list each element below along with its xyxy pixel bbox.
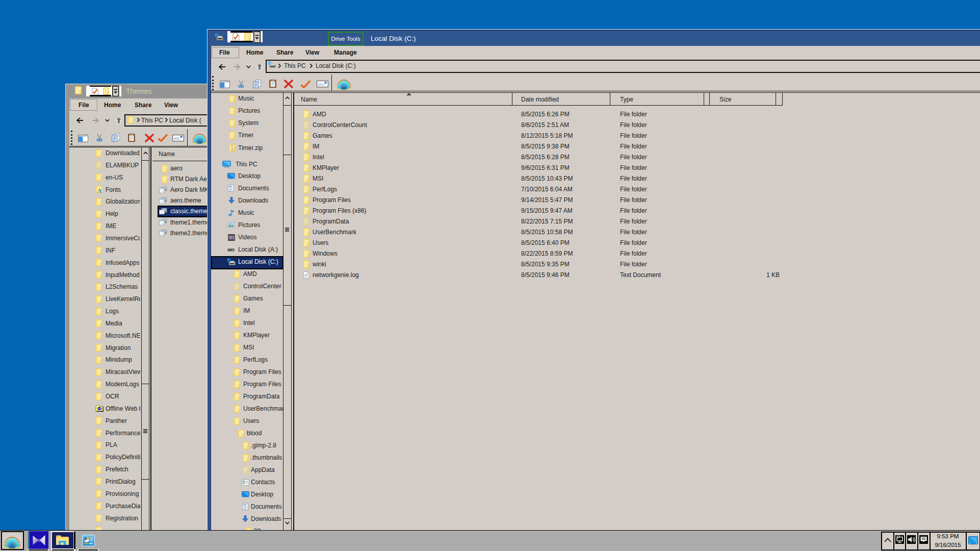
svg-text:A: A — [97, 188, 102, 193]
